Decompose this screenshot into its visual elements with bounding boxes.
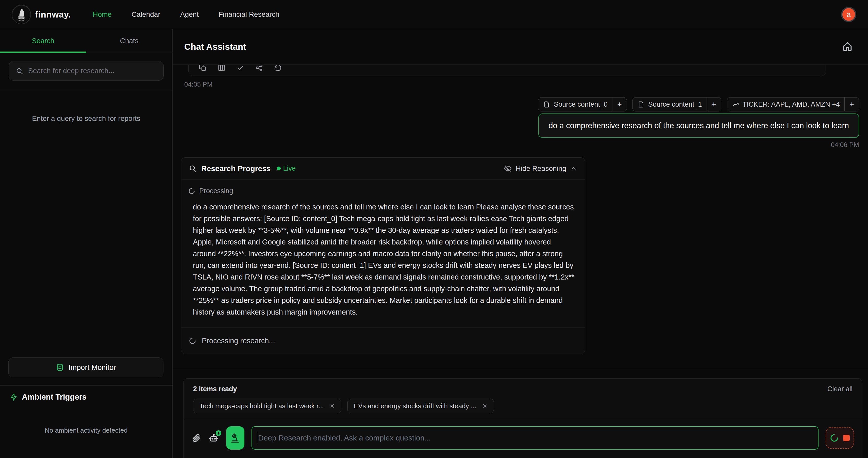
- composer-panel: 2 items ready Clear all Tech mega-caps h…: [183, 378, 862, 458]
- document-icon: [638, 101, 645, 108]
- primary-nav: Home Calendar Agent Financial Research: [93, 10, 279, 19]
- nav-item-agent[interactable]: Agent: [180, 10, 199, 19]
- chat-scroll-area[interactable]: 04:05 PM Source content_0 + Source conte…: [173, 65, 868, 369]
- attachment-chip-source-0[interactable]: Source content_0 +: [538, 97, 627, 112]
- search-icon: [16, 67, 23, 75]
- user-message-timestamp: 04:06 PM: [831, 141, 859, 149]
- selected-item-chip[interactable]: Tech mega-caps hold tight as last week r…: [193, 399, 341, 413]
- spinner-icon: [188, 188, 195, 194]
- ambient-triggers-header: Ambient Triggers: [10, 393, 87, 402]
- composer-separator: [173, 369, 868, 369]
- nav-item-home[interactable]: Home: [93, 10, 112, 19]
- user-message-bubble: do a comprehensive research of the sourc…: [538, 114, 859, 138]
- hide-reasoning-toggle[interactable]: Hide Reasoning: [516, 164, 566, 173]
- message-input-row: [184, 420, 862, 450]
- attachment-chip-label: Source content_0: [554, 100, 608, 109]
- nav-item-calendar[interactable]: Calendar: [131, 10, 160, 19]
- selected-item-chip[interactable]: EVs and energy stocks drift with steady …: [347, 399, 494, 413]
- items-ready-count: 2 items ready: [193, 385, 237, 393]
- add-attachment-button[interactable]: +: [845, 100, 859, 109]
- close-icon[interactable]: [482, 403, 488, 409]
- add-attachment-button[interactable]: +: [707, 100, 721, 109]
- reasoning-content: Processing do a comprehensive research o…: [181, 180, 585, 328]
- tab-search[interactable]: Search: [0, 29, 86, 53]
- nav-item-financial-research[interactable]: Financial Research: [219, 10, 279, 19]
- research-card-footer: Processing research...: [181, 328, 585, 354]
- clear-all-button[interactable]: Clear all: [827, 385, 852, 393]
- chevron-up-icon[interactable]: [570, 165, 577, 172]
- selected-item-label: EVs and energy stocks drift with steady …: [354, 402, 476, 410]
- previous-message-timestamp: 04:05 PM: [184, 81, 212, 88]
- plus-badge-icon: [215, 430, 222, 437]
- share-icon[interactable]: [255, 65, 263, 72]
- copy-icon[interactable]: [199, 65, 207, 72]
- selected-items-row: Tech mega-caps hold tight as last week r…: [184, 393, 862, 413]
- top-navbar: finnway. Home Calendar Agent Financial R…: [0, 0, 868, 29]
- database-icon: [56, 363, 64, 371]
- processing-step-label: Processing: [199, 187, 233, 195]
- lightning-icon: [10, 393, 18, 401]
- check-icon[interactable]: [236, 65, 244, 72]
- sidebar-tabs: Search Chats: [0, 29, 172, 53]
- attachment-chip-label: TICKER: AAPL, AMD, AMZN +4: [743, 100, 840, 109]
- chat-message-input[interactable]: [251, 426, 818, 450]
- user-avatar[interactable]: a: [841, 7, 856, 22]
- spinner-icon: [189, 337, 196, 344]
- research-card-header: Research Progress Live Hide Reasoning: [181, 158, 585, 180]
- live-status-label: Live: [283, 164, 296, 173]
- attachment-chip-ticker[interactable]: TICKER: AAPL, AMD, AMZN +4 +: [727, 97, 859, 112]
- previous-message-card: [188, 65, 826, 76]
- home-icon[interactable]: [842, 41, 853, 53]
- ambient-empty-text: No ambient activity detected: [0, 427, 172, 434]
- chat-header: Chat Assistant: [173, 29, 868, 65]
- agent-attach-button[interactable]: [208, 433, 219, 443]
- stop-generation-button[interactable]: [826, 427, 854, 449]
- attachment-chips-row: Source content_0 + Source content_1 + TI…: [538, 97, 859, 112]
- close-icon[interactable]: [330, 403, 335, 409]
- search-input[interactable]: [9, 61, 164, 81]
- attachment-chip-label: Source content_1: [648, 100, 702, 109]
- text-caret: [257, 432, 257, 444]
- deep-research-toggle-button[interactable]: [226, 426, 244, 450]
- columns-icon[interactable]: [218, 65, 226, 72]
- finnway-logo-icon: [12, 5, 31, 24]
- tab-chats[interactable]: Chats: [86, 29, 173, 53]
- refresh-icon[interactable]: [274, 65, 282, 72]
- import-monitor-button[interactable]: Import Monitor: [8, 358, 163, 377]
- search-empty-hint: Enter a query to search for reports: [0, 115, 172, 123]
- page-title: Chat Assistant: [184, 42, 246, 52]
- spinner-icon: [830, 434, 839, 442]
- eye-off-icon: [504, 164, 512, 173]
- main-panel: Chat Assistant: [173, 29, 868, 458]
- microscope-icon: [230, 433, 241, 443]
- add-attachment-button[interactable]: +: [613, 100, 627, 109]
- research-progress-card: Research Progress Live Hide Reasoning: [181, 157, 585, 354]
- ambient-triggers-title: Ambient Triggers: [22, 393, 87, 402]
- document-icon: [544, 101, 550, 108]
- sidebar-search-section: [0, 53, 172, 90]
- paperclip-icon[interactable]: [192, 433, 201, 443]
- trending-up-icon: [732, 101, 739, 108]
- selected-item-label: Tech mega-caps hold tight as last week r…: [199, 402, 324, 410]
- attachment-chip-source-1[interactable]: Source content_1 +: [632, 97, 721, 112]
- brand-name: finnway.: [35, 9, 71, 20]
- processing-research-status: Processing research...: [202, 337, 275, 345]
- left-sidebar: Search Chats Enter a query to search for…: [0, 29, 173, 458]
- reasoning-text: do a comprehensive research of the sourc…: [193, 201, 575, 318]
- stop-icon: [843, 435, 850, 441]
- live-status-dot: [277, 166, 281, 170]
- import-monitor-label: Import Monitor: [68, 363, 116, 372]
- search-icon: [189, 164, 197, 173]
- research-card-title: Research Progress: [201, 164, 271, 173]
